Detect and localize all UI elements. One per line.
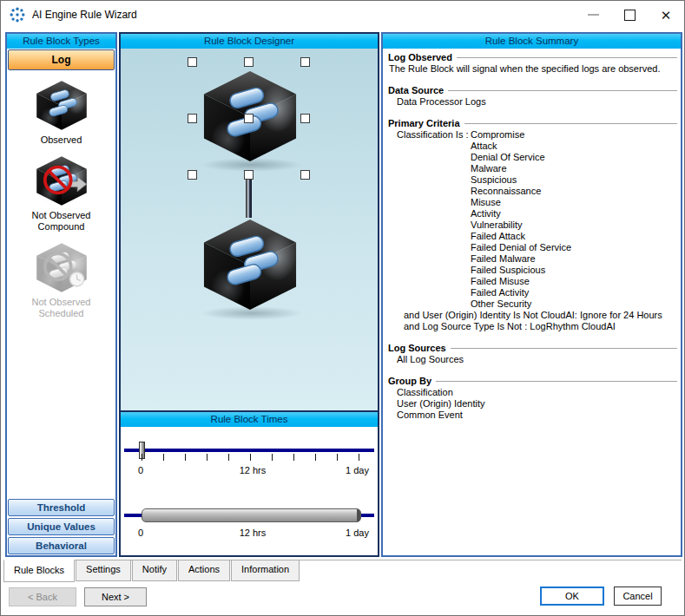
- section-title: Log Sources: [388, 343, 446, 354]
- selection-handle[interactable]: [188, 57, 197, 67]
- classification-item: Activity: [471, 208, 677, 220]
- classification-item: Failed Denial of Service: [471, 242, 677, 253]
- rule-block-not-observed-scheduled-label: Not Observed Scheduled: [7, 297, 115, 319]
- close-button[interactable]: ✕: [648, 1, 684, 29]
- section-log-sources: Log Sources All Log Sources: [386, 343, 677, 365]
- range-slider-labels: 0 12 hrs 1 day: [136, 528, 369, 539]
- wizard-tab[interactable]: Rule Blocks: [3, 560, 75, 582]
- selection-handle[interactable]: [244, 170, 254, 180]
- log-cube-icon: [34, 79, 89, 132]
- classification-item: Compromise: [471, 129, 677, 141]
- selection-handle[interactable]: [188, 114, 197, 123]
- rule-block-not-observed-compound-label: Not Observed Compound: [7, 210, 115, 233]
- selection-handle[interactable]: [300, 114, 310, 123]
- rule-block-not-observed-scheduled: Not Observed Scheduled: [7, 241, 115, 319]
- group-by-item: Classification: [397, 387, 677, 398]
- group-by-item: Common Event: [397, 410, 677, 421]
- group-by-list: ClassificationUser (Origin) IdentityComm…: [397, 387, 677, 421]
- classification-item: Vulnerability: [471, 220, 677, 231]
- classification-item: Suspicious: [471, 174, 677, 186]
- section-title: Group By: [388, 376, 431, 387]
- section-divider: [448, 90, 677, 94]
- slider1-label-start: 0: [138, 465, 143, 475]
- classification-item: Denial Of Service: [471, 152, 677, 163]
- log-observed-description: The Rule Block will signal when the spec…: [389, 63, 677, 75]
- classification-item: Attack: [471, 141, 677, 152]
- classification-item: Reconnaissance: [471, 186, 677, 197]
- classification-item: Misuse: [471, 197, 677, 208]
- block-connector: [246, 176, 252, 218]
- logrhythm-dots-logo-icon: [9, 6, 26, 23]
- summary-body: Log Observed The Rule Block will signal …: [383, 49, 681, 421]
- wizard-tab[interactable]: Actions: [178, 560, 230, 581]
- rule-block-observed-label: Observed: [7, 134, 115, 146]
- rule-block-summary-header: Rule Block Summary: [383, 34, 681, 49]
- category-button[interactable]: Threshold: [8, 499, 115, 516]
- rule-block-not-observed-compound[interactable]: Not Observed Compound: [7, 154, 115, 233]
- wizard-tab[interactable]: Settings: [76, 560, 131, 581]
- slider1-label-end: 1 day: [346, 465, 369, 475]
- next-button[interactable]: Next >: [84, 587, 147, 606]
- maximize-button[interactable]: [611, 1, 648, 29]
- window-title: AI Engine Rule Wizard: [32, 9, 137, 21]
- selection-handle[interactable]: [244, 57, 254, 67]
- rule-block-designer-panel: Rule Block Designer Rule Block Times 0: [119, 32, 379, 557]
- rule-block-category-buttons: ThresholdUnique ValuesBehavioral: [8, 497, 115, 554]
- wizard-tab[interactable]: Notify: [132, 560, 177, 581]
- log-cube-prohibited-icon: [34, 154, 89, 207]
- selection-handle[interactable]: [300, 57, 310, 67]
- slider2-label-start: 0: [138, 528, 143, 538]
- title-bar[interactable]: AI Engine Rule Wizard ✕: [1, 1, 684, 29]
- criteria-condition: and Log Source Type Is Not : LogRhythm C…: [404, 321, 677, 332]
- classification-item: Failed Suspicious: [471, 265, 677, 276]
- criteria-condition: and User (Origin) Identity Is Not CloudA…: [404, 310, 677, 321]
- criteria-conditions: and User (Origin) Identity Is Not CloudA…: [404, 310, 677, 332]
- classification-is-label: Classification Is :: [397, 129, 469, 141]
- group-by-item: User (Origin) Identity: [397, 398, 677, 410]
- minimize-button[interactable]: [575, 1, 611, 29]
- back-button[interactable]: < Back: [9, 587, 76, 606]
- rule-block-times-body: 0 12 hrs 1 day 0 12 hrs 1 day: [121, 427, 378, 543]
- designer-canvas[interactable]: [121, 49, 378, 410]
- ok-button[interactable]: OK: [540, 587, 604, 606]
- rule-block-types-header: Rule Block Types: [7, 34, 115, 49]
- data-source-value: Data Processor Logs: [397, 96, 677, 108]
- section-divider: [464, 123, 677, 127]
- slider2-label-mid: 12 hrs: [240, 528, 267, 538]
- rule-block-summary-panel: Rule Block Summary Log Observed The Rule…: [381, 32, 682, 557]
- time-slider-track: [124, 449, 374, 452]
- ai-engine-rule-wizard-window: AI Engine Rule Wizard ✕ Rule Block Types…: [0, 0, 685, 616]
- log-type-button[interactable]: Log: [8, 49, 115, 70]
- wizard-tabs: Rule BlocksSettingsNotifyActionsInformat…: [3, 560, 682, 580]
- classification-item: Failed Malware: [471, 253, 677, 265]
- maximize-icon: [624, 10, 636, 21]
- section-data-source: Data Source Data Processor Logs: [386, 85, 677, 108]
- selection-handle[interactable]: [244, 114, 254, 123]
- category-button[interactable]: Unique Values: [8, 518, 115, 535]
- section-log-observed: Log Observed The Rule Block will signal …: [386, 52, 677, 75]
- classification-item: Failed Misuse: [471, 276, 677, 287]
- time-slider-labels: 0 12 hrs 1 day: [136, 465, 369, 476]
- rule-block-designer-header: Rule Block Designer: [121, 34, 378, 49]
- rule-block-observed[interactable]: Observed: [7, 79, 115, 146]
- log-cube-clock-icon: [34, 241, 89, 294]
- selection-handle[interactable]: [188, 170, 197, 180]
- section-divider: [457, 57, 677, 61]
- classification-item: Other Security: [471, 298, 677, 310]
- rule-block-cube[interactable]: [199, 216, 301, 313]
- range-slider-bar[interactable]: [142, 508, 361, 522]
- classification-item: Failed Activity: [471, 287, 677, 298]
- classification-list: CompromiseAttackDenial Of ServiceMalware…: [471, 129, 677, 310]
- selection-handle[interactable]: [300, 170, 310, 180]
- section-title: Log Observed: [388, 52, 452, 63]
- section-divider: [436, 381, 677, 384]
- classification-item: Malware: [471, 163, 677, 174]
- slider2-label-end: 1 day: [346, 528, 369, 538]
- section-divider: [451, 348, 677, 351]
- rule-block-types-panel: Rule Block Types Log Observed Not Observ…: [5, 32, 117, 557]
- category-button[interactable]: Behavioral: [8, 537, 115, 554]
- cancel-button[interactable]: Cancel: [614, 587, 662, 606]
- wizard-tab[interactable]: Information: [231, 560, 300, 581]
- rule-block-times-header: Rule Block Times: [121, 410, 378, 427]
- section-group-by: Group By ClassificationUser (Origin) Ide…: [386, 376, 677, 421]
